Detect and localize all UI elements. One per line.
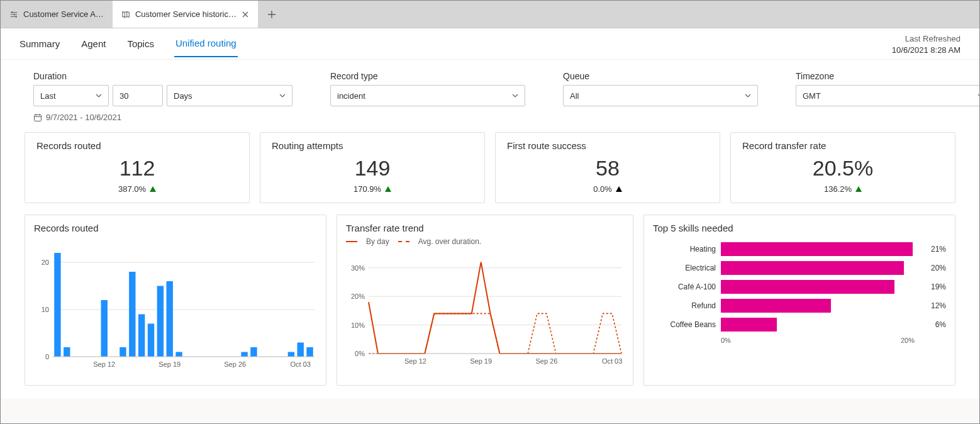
- svg-text:30%: 30%: [351, 264, 365, 272]
- kpi-card-record-transfer-rate: Record transfer rate 20.5% 136.2%: [730, 132, 955, 203]
- svg-text:Sep 26: Sep 26: [224, 360, 246, 368]
- svg-rect-11: [129, 272, 135, 357]
- select-value: incident: [337, 91, 365, 101]
- last-refreshed: Last Refreshed 10/6/2021 8:28 AM: [892, 33, 961, 55]
- kpi-title: Routing attempts: [272, 140, 473, 151]
- record-type-select[interactable]: incident: [330, 85, 525, 106]
- legend-dash-icon: [398, 241, 409, 242]
- chart-legend: By day Avg. over duration.: [346, 237, 624, 246]
- svg-rect-14: [157, 286, 164, 357]
- line-chart-svg: 0%10%20%30%Sep 12Sep 19Sep 26Oct 03: [346, 248, 625, 371]
- trend-up-icon: [855, 186, 862, 192]
- svg-text:Sep 19: Sep 19: [159, 360, 181, 368]
- chart-title: Records routed: [34, 223, 317, 233]
- skill-bar: [721, 280, 894, 294]
- kpi-row: Records routed 112 387.0% Routing attemp…: [25, 132, 955, 203]
- filter-label: Record type: [330, 71, 525, 81]
- sliders-icon: [9, 10, 18, 19]
- kpi-delta: 136.2%: [742, 184, 944, 194]
- tab-unified-routing[interactable]: Unified routing: [174, 30, 238, 57]
- svg-text:Oct 03: Oct 03: [291, 360, 311, 368]
- skill-row: Heating 21%: [653, 240, 946, 259]
- kpi-title: Records routed: [36, 140, 238, 151]
- tab-topics[interactable]: Topics: [126, 31, 155, 57]
- skill-value: 21%: [931, 245, 946, 254]
- skill-row: Café A-100 19%: [653, 277, 946, 296]
- chart-transfer-rate-trend: Transfer rate trend By day Avg. over dur…: [337, 215, 633, 386]
- calendar-icon: [33, 113, 42, 122]
- filter-duration: Duration Last 30 Days: [33, 71, 292, 106]
- duration-mode-select[interactable]: Last: [33, 85, 109, 106]
- kpi-title: First route success: [507, 140, 708, 151]
- window-tab-label: Customer Service historic…: [135, 9, 237, 19]
- select-value: Days: [174, 91, 192, 101]
- skill-label: Electrical: [653, 264, 716, 272]
- svg-rect-17: [241, 352, 247, 357]
- skill-value: 6%: [935, 320, 946, 329]
- window-tab[interactable]: Customer Service historic…: [113, 1, 258, 28]
- chevron-down-icon: [512, 92, 518, 99]
- kpi-title: Record transfer rate: [742, 140, 944, 151]
- svg-rect-19: [288, 352, 294, 357]
- date-range: 9/7/2021 - 10/6/2021: [1, 110, 979, 128]
- svg-text:0: 0: [45, 353, 49, 360]
- svg-rect-16: [175, 352, 182, 357]
- duration-value-input[interactable]: 30: [113, 85, 163, 106]
- chevron-down-icon: [977, 92, 980, 99]
- select-value: All: [570, 91, 579, 101]
- dashboard-content: Records routed 112 387.0% Routing attemp…: [1, 128, 979, 398]
- date-range-text: 9/7/2021 - 10/6/2021: [46, 113, 121, 122]
- add-tab-button[interactable]: [258, 1, 286, 28]
- svg-text:Sep 12: Sep 12: [93, 360, 115, 368]
- skill-row: Refund 12%: [653, 296, 946, 315]
- filter-record-type: Record type incident: [330, 71, 525, 106]
- svg-rect-12: [138, 315, 145, 357]
- svg-rect-0: [35, 114, 42, 121]
- chart-title: Top 5 skills needed: [653, 223, 946, 233]
- skill-bar-track: [721, 280, 922, 294]
- queue-select[interactable]: All: [563, 85, 758, 106]
- chart-records-routed: Records routed 01020Sep 12Sep 19Sep 26Oc…: [25, 215, 326, 386]
- legend-label: By day: [366, 237, 389, 246]
- close-icon[interactable]: [242, 11, 249, 18]
- svg-rect-9: [101, 300, 108, 357]
- skill-axis: 0%20%: [653, 337, 946, 344]
- chevron-down-icon: [279, 92, 286, 99]
- charts-row: Records routed 01020Sep 12Sep 19Sep 26Oc…: [25, 215, 955, 386]
- kpi-delta-text: 136.2%: [824, 184, 852, 194]
- skill-row: Coffee Beans 6%: [653, 315, 946, 334]
- kpi-card-records-routed: Records routed 112 387.0%: [25, 132, 250, 203]
- trend-up-icon: [385, 186, 391, 192]
- select-value: GMT: [803, 91, 821, 101]
- legend-label: Avg. over duration.: [418, 237, 482, 246]
- timezone-select[interactable]: GMT: [796, 85, 980, 106]
- duration-unit-select[interactable]: Days: [167, 85, 292, 106]
- skill-label: Heating: [653, 245, 716, 254]
- svg-rect-7: [54, 253, 60, 357]
- skill-value: 20%: [931, 264, 946, 272]
- kpi-delta: 0.0%: [507, 184, 708, 194]
- tab-agent[interactable]: Agent: [80, 31, 107, 57]
- window-tab[interactable]: Customer Service A…: [1, 1, 113, 28]
- kpi-delta-text: 0.0%: [593, 184, 612, 194]
- kpi-delta-text: 387.0%: [118, 184, 146, 194]
- bar-chart-svg: 01020Sep 12Sep 19Sep 26Oct 03: [34, 237, 318, 376]
- svg-rect-20: [298, 343, 304, 357]
- skill-value: 12%: [931, 301, 946, 310]
- skill-label: Refund: [653, 301, 716, 310]
- filter-label: Timezone: [796, 71, 980, 81]
- skill-label: Coffee Beans: [653, 320, 716, 329]
- skill-bar: [721, 261, 904, 275]
- select-value: 30: [120, 91, 128, 101]
- chart-top-skills: Top 5 skills needed Heating 21% Electric…: [643, 215, 955, 386]
- kpi-delta: 170.9%: [272, 184, 473, 194]
- svg-rect-8: [64, 347, 70, 357]
- skill-bar-track: [721, 318, 927, 332]
- svg-text:0%: 0%: [355, 350, 365, 357]
- kpi-value: 149: [272, 156, 473, 181]
- tab-summary[interactable]: Summary: [18, 31, 61, 57]
- svg-text:Sep 12: Sep 12: [404, 357, 426, 365]
- svg-text:20%: 20%: [351, 293, 365, 300]
- svg-rect-21: [306, 347, 313, 357]
- skill-bar-track: [721, 299, 922, 313]
